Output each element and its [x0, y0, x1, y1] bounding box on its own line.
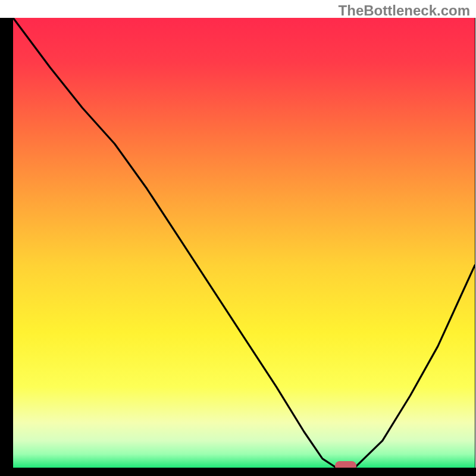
x-axis-bar — [0, 468, 476, 476]
bottleneck-curve — [13, 18, 475, 468]
watermark-text: TheBottleneck.com — [339, 2, 470, 19]
plot-area — [13, 18, 475, 468]
optimal-point-marker — [335, 461, 356, 468]
bottleneck-chart: TheBottleneck.com — [0, 0, 476, 476]
